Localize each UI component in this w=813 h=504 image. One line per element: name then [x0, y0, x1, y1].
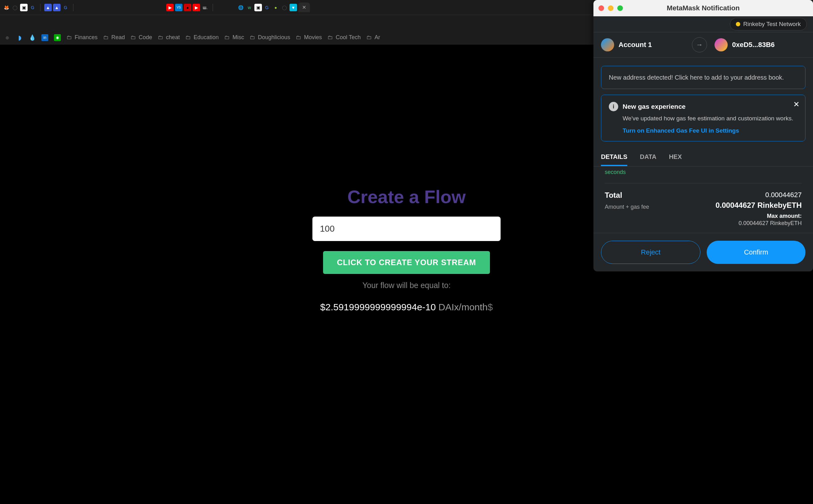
tab-divider: [40, 4, 40, 11]
total-label: Total: [605, 191, 649, 200]
network-status-icon: [736, 22, 740, 26]
bookmark-label: Doughlicious: [258, 34, 290, 41]
estimated-time: seconds: [605, 169, 802, 176]
tab-favicon[interactable]: ●: [184, 4, 191, 11]
new-address-notice[interactable]: New address detected! Click here to add …: [601, 66, 805, 89]
action-buttons: Reject Confirm: [594, 233, 813, 271]
tab-favicon[interactable]: G: [29, 4, 36, 11]
tab-favicon[interactable]: ◯: [11, 4, 19, 11]
network-selector[interactable]: Rinkeby Test Network: [730, 18, 807, 30]
bookmark-icon[interactable]: ◗: [16, 34, 23, 41]
tab-details[interactable]: DETAILS: [601, 149, 627, 166]
minimize-window-icon[interactable]: [608, 5, 614, 11]
bookmark-label: Education: [193, 34, 219, 41]
window-traffic-lights: [599, 5, 623, 11]
bookmark-folder[interactable]: 🗀Ar: [366, 34, 380, 41]
total-sublabel: Amount + gas fee: [605, 203, 649, 211]
tab-data[interactable]: DATA: [640, 149, 657, 166]
details-panel: seconds Total Amount + gas fee 0.0004462…: [594, 166, 813, 233]
tab-favicon[interactable]: ▣: [254, 4, 262, 11]
bookmark-folder[interactable]: 🗀Education: [185, 34, 219, 41]
bookmark-folder[interactable]: 🗀Cool Tech: [327, 34, 361, 41]
tab-favicon[interactable]: ▲: [53, 4, 61, 11]
close-icon[interactable]: ✕: [302, 4, 306, 10]
close-window-icon[interactable]: [599, 5, 604, 11]
metamask-titlebar: MetaMask Notification: [594, 0, 813, 16]
bookmark-folder[interactable]: 🗀Code: [130, 34, 152, 41]
avatar-icon: [715, 38, 728, 51]
bookmark-icon[interactable]: ◎: [4, 34, 11, 41]
bookmark-label: Misc: [232, 34, 244, 41]
folder-icon: 🗀: [103, 34, 109, 41]
gas-settings-link[interactable]: Turn on Enhanced Gas Fee UI in Settings: [623, 127, 798, 134]
bookmark-label: Read: [111, 34, 125, 41]
tab-favicon[interactable]: ▲: [44, 4, 52, 11]
bookmark-label: Code: [139, 34, 152, 41]
tab-favicon[interactable]: w: [245, 4, 253, 11]
bookmark-folder[interactable]: 🗀Misc: [224, 34, 244, 41]
tab-favicon[interactable]: ▶: [166, 4, 174, 11]
tab-favicon[interactable]: VS: [175, 4, 182, 11]
bookmark-folder[interactable]: 🗀Read: [103, 34, 125, 41]
maximize-window-icon[interactable]: [617, 5, 623, 11]
network-name: Rinkeby Test Network: [743, 21, 801, 28]
gas-description: We've updated how gas fee estimation and…: [623, 114, 798, 123]
folder-icon: 🗀: [296, 34, 301, 41]
bookmark-folder[interactable]: 🗀Finances: [66, 34, 98, 41]
bookmark-icon[interactable]: 💧: [29, 34, 36, 41]
active-tab[interactable]: ✕: [298, 3, 310, 12]
bookmark-label: cheat: [166, 34, 180, 41]
bookmark-folder[interactable]: 🗀Movies: [296, 34, 322, 41]
tab-favicon[interactable]: ●: [272, 4, 279, 11]
bookmark-folder[interactable]: 🗀cheat: [158, 34, 180, 41]
folder-icon: 🗀: [366, 34, 372, 41]
flow-amount-suffix: $: [488, 302, 493, 312]
divider: [605, 183, 802, 183]
account-from-name: Account 1: [619, 41, 652, 49]
max-amount-label: Max amount:: [715, 213, 802, 219]
total-eth-small: 0.00044627: [715, 191, 802, 199]
tab-favicon[interactable]: 🌐: [237, 4, 244, 11]
folder-icon: 🗀: [327, 34, 333, 41]
bookmark-icon[interactable]: ◉: [54, 34, 61, 41]
tab-favicon[interactable]: ▣: [20, 4, 28, 11]
account-to[interactable]: 0xeD5...83B6: [707, 38, 805, 51]
bookmark-folder[interactable]: 🗀Doughlicious: [250, 34, 290, 41]
bookmark-icon[interactable]: in: [41, 34, 48, 41]
tab-favicon[interactable]: ▶: [193, 4, 200, 11]
bookmark-label: Movies: [304, 34, 322, 41]
folder-icon: 🗀: [158, 34, 163, 41]
bookmark-label: Finances: [75, 34, 98, 41]
create-stream-button[interactable]: CLICK TO CREATE YOUR STREAM: [323, 251, 490, 274]
account-to-address: 0xeD5...83B6: [732, 41, 775, 49]
page-title: Create a Flow: [347, 186, 466, 207]
folder-icon: 🗀: [130, 34, 136, 41]
reject-button[interactable]: Reject: [601, 241, 700, 264]
info-icon: i: [609, 102, 618, 111]
max-amount-value: 0.00044627 RinkebyETH: [715, 220, 802, 227]
tab-favicon[interactable]: ◯: [281, 4, 288, 11]
close-icon[interactable]: ✕: [793, 100, 800, 109]
metamask-title: MetaMask Notification: [667, 4, 740, 12]
tab-divider: [73, 4, 73, 11]
metamask-popup: MetaMask Notification Rinkeby Test Netwo…: [594, 0, 813, 271]
confirm-button[interactable]: Confirm: [707, 241, 805, 264]
gas-experience-box: ✕ i New gas experience We've updated how…: [601, 95, 805, 141]
folder-icon: 🗀: [224, 34, 230, 41]
total-eth-big: 0.00044627 RinkebyETH: [715, 201, 802, 210]
tab-favicon[interactable]: G: [263, 4, 271, 11]
folder-icon: 🗀: [185, 34, 191, 41]
arrow-right-icon: →: [692, 37, 707, 52]
tab-favicon[interactable]: 🦊: [3, 4, 10, 11]
total-row: Total Amount + gas fee 0.00044627 0.0004…: [605, 191, 802, 227]
tab-favicon[interactable]: ♥: [289, 4, 297, 11]
flow-amount-unit: DAIx/month: [436, 302, 488, 312]
tab-hex[interactable]: HEX: [669, 149, 682, 166]
bookmark-label: Cool Tech: [335, 34, 361, 41]
account-from[interactable]: Account 1: [601, 38, 692, 51]
transaction-tabs: DETAILS DATA HEX: [594, 149, 813, 166]
flow-amount-input[interactable]: [312, 217, 501, 241]
gas-title: New gas experience: [623, 103, 686, 110]
tab-favicon[interactable]: ш.: [201, 4, 209, 11]
tab-favicon[interactable]: G: [62, 4, 69, 11]
